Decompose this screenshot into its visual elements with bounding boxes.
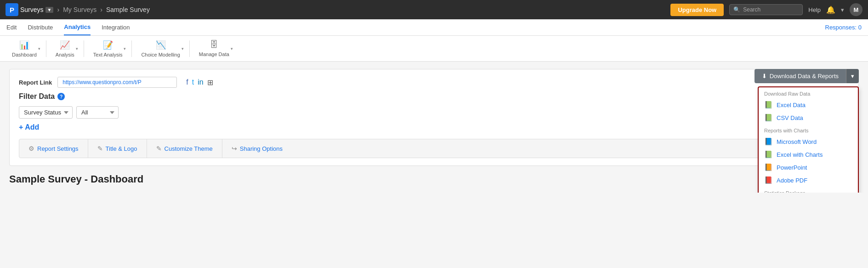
manage-data-dropdown-arrow: ▾ (231, 46, 233, 51)
title-logo-button[interactable]: ✎ Title & Logo (88, 139, 147, 158)
ppt-icon: 📙 (764, 163, 773, 171)
excel-data-item[interactable]: 📗 Excel Data (759, 98, 858, 111)
share-grid-icon[interactable]: ⊞ (207, 78, 213, 87)
toolbar-text-analysis-label: Text Analysis (93, 52, 123, 57)
choice-modelling-icon: 📉 (156, 40, 166, 50)
sharing-options-label: Sharing Options (240, 145, 283, 152)
filter-section: Filter Data ? Survey Status Complete Par… (19, 92, 849, 131)
main-content: Report Link https://www.questionpro.com/… (0, 62, 868, 193)
breadcrumb-separator: › (57, 6, 59, 13)
filter-row: Survey Status Complete Partial All Compl… (19, 106, 849, 119)
powerpoint-label: PowerPoint (777, 164, 807, 171)
csv-data-icon: 📗 (764, 114, 773, 122)
toolbar-dashboard-label: Dashboard (12, 52, 37, 57)
adobe-pdf-item[interactable]: 📕 Adobe PDF (759, 174, 858, 187)
excel-with-charts-label: Excel with Charts (777, 151, 823, 158)
excel-with-charts-item[interactable]: 📗 Excel with Charts (759, 148, 858, 161)
toolbar-manage-data[interactable]: 🗄 Manage Data ▾ (193, 37, 235, 60)
pdf-icon: 📕 (764, 176, 773, 184)
search-box[interactable]: 🔍 Search (729, 4, 803, 15)
social-icons: f t in ⊞ (186, 78, 213, 87)
upgrade-now-button[interactable]: Upgrade Now (670, 4, 724, 16)
customize-theme-button[interactable]: ✎ Customize Theme (147, 139, 222, 158)
toolbar-dashboard[interactable]: 📊 Dashboard ▾ (6, 37, 42, 60)
statistics-package-label: Statistics Package (759, 187, 858, 193)
toolbar-choice-modelling[interactable]: 📉 Choice Modelling ▾ (136, 37, 185, 60)
top-navigation: P Surveys ▼ › My Surveys › Sample Survey… (0, 0, 868, 19)
download-label: Download Data & Reports (770, 73, 839, 80)
search-icon: 🔍 (733, 6, 740, 13)
notifications-bell[interactable]: 🔔 (826, 6, 835, 14)
reports-with-charts-label: Reports with Charts (759, 124, 858, 135)
report-settings-button[interactable]: ⚙ Report Settings (19, 139, 88, 158)
report-link-label: Report Link (19, 79, 52, 86)
sharing-options-button[interactable]: ↪ Sharing Options (222, 139, 292, 158)
facebook-icon[interactable]: f (186, 78, 188, 86)
report-settings-label: Report Settings (37, 145, 79, 152)
bell-dropdown-arrow: ▾ (841, 6, 844, 13)
filter-help-icon[interactable]: ? (57, 93, 65, 100)
settings-icon: ⚙ (28, 145, 34, 152)
download-icon: ⬇ (762, 73, 767, 80)
search-placeholder: Search (743, 6, 760, 13)
analytics-toolbar: 📊 Dashboard ▾ 📈 Analysis ▾ 📝 Text Analys… (0, 36, 868, 62)
report-card: Report Link https://www.questionpro.com/… (9, 69, 859, 166)
toolbar-analysis-label: Analysis (56, 52, 74, 57)
word-icon: 📘 (764, 137, 773, 146)
download-data-reports-button[interactable]: ⬇ Download Data & Reports (755, 69, 846, 83)
app-dropdown-arrow: ▼ (45, 7, 54, 13)
status-value-select[interactable]: All Complete Partial (76, 106, 119, 119)
report-settings-toolbar: ⚙ Report Settings ✎ Title & Logo ✎ Custo… (19, 139, 849, 158)
adobe-pdf-label: Adobe PDF (777, 177, 807, 184)
report-link-row: Report Link https://www.questionpro.com/… (19, 77, 849, 88)
dashboard-icon: 📊 (19, 40, 29, 50)
powerpoint-item[interactable]: 📙 PowerPoint (759, 161, 858, 174)
toolbar-separator-2 (84, 40, 84, 57)
subnav-item-integration[interactable]: Integration (102, 19, 130, 35)
linkedin-icon[interactable]: in (198, 78, 203, 86)
subnav-item-edit[interactable]: Edit (6, 19, 17, 35)
breadcrumb-my-surveys[interactable]: My Surveys (63, 6, 96, 13)
csv-data-item[interactable]: 📗 CSV Data (759, 111, 858, 124)
survey-status-select[interactable]: Survey Status Complete Partial (19, 106, 73, 119)
toolbar-analysis[interactable]: 📈 Analysis ▾ (50, 37, 80, 60)
toolbar-choice-modelling-label: Choice Modelling (141, 52, 180, 57)
report-link-url[interactable]: https://www.questionpro.com/t/P (57, 77, 177, 88)
manage-data-icon: 🗄 (210, 40, 218, 50)
subnav-item-distribute[interactable]: Distribute (28, 19, 53, 35)
title-logo-label: Title & Logo (106, 145, 137, 152)
share-icon: ↪ (232, 145, 237, 152)
breadcrumb-separator-2: › (100, 6, 102, 13)
download-area: ⬇ Download Data & Reports ▾ Download Raw… (755, 69, 859, 83)
excel-charts-icon: 📗 (764, 150, 773, 159)
choice-modelling-dropdown-arrow: ▾ (182, 46, 184, 51)
analysis-dropdown-arrow: ▾ (76, 46, 78, 51)
filter-title: Filter Data ? (19, 92, 849, 101)
user-avatar[interactable]: M (850, 3, 862, 16)
add-filter-button[interactable]: + Add (19, 123, 849, 131)
customize-theme-label: Customize Theme (165, 145, 213, 152)
toolbar-separator-3 (131, 40, 132, 57)
text-analysis-dropdown-arrow: ▾ (124, 46, 126, 51)
text-analysis-icon: 📝 (103, 40, 113, 50)
customize-icon: ✎ (156, 145, 162, 152)
sub-navigation: Edit Distribute Analytics Integration Re… (0, 19, 868, 36)
subnav-item-analytics[interactable]: Analytics (64, 19, 91, 35)
download-raw-data-label: Download Raw Data (759, 87, 858, 98)
download-dropdown-menu: Download Raw Data 📗 Excel Data 📗 CSV Dat… (758, 86, 859, 193)
toolbar-text-analysis[interactable]: 📝 Text Analysis ▾ (88, 37, 128, 60)
analysis-icon: 📈 (60, 40, 70, 50)
responses-count: Responses: 0 (825, 24, 862, 31)
breadcrumb-sample-survey: Sample Survey (106, 6, 150, 13)
twitter-icon[interactable]: t (192, 78, 194, 86)
help-link[interactable]: Help (808, 6, 821, 13)
download-dropdown-arrow-button[interactable]: ▾ (846, 69, 859, 83)
app-name-dropdown[interactable]: Surveys ▼ (20, 6, 53, 13)
csv-data-label: CSV Data (777, 114, 803, 121)
excel-data-label: Excel Data (777, 102, 806, 108)
download-btn-group: ⬇ Download Data & Reports ▾ (755, 69, 859, 83)
microsoft-word-item[interactable]: 📘 Microsoft Word (759, 135, 858, 148)
toolbar-separator (46, 40, 46, 57)
microsoft-word-label: Microsoft Word (777, 138, 817, 145)
toolbar-separator-4 (189, 40, 190, 57)
